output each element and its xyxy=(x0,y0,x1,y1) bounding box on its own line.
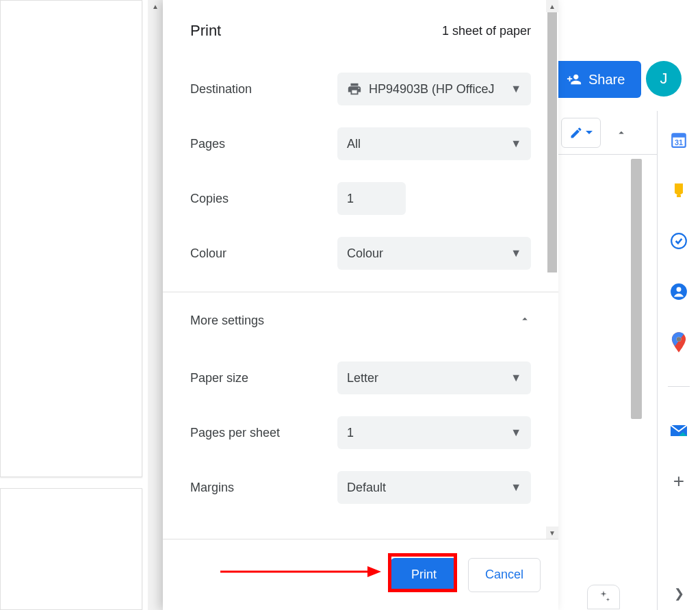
dropdown-icon: ▼ xyxy=(510,83,521,95)
paper-size-select[interactable]: Letter ▼ xyxy=(337,361,531,394)
margins-value: Default xyxy=(347,481,386,495)
destination-select[interactable]: HP94903B (HP OfficeJ ▼ xyxy=(337,73,531,105)
sheet-count: 1 sheet of paper xyxy=(442,24,531,38)
more-settings-toggle[interactable]: More settings xyxy=(190,313,531,329)
preview-scrollbar[interactable]: ▲ xyxy=(148,0,163,610)
more-settings-label: More settings xyxy=(190,314,264,328)
collapse-toolbar-button[interactable] xyxy=(606,118,636,148)
preview-page-2 xyxy=(0,488,142,610)
share-button[interactable]: Share xyxy=(554,61,641,98)
destination-value: HP94903B (HP OfficeJ xyxy=(369,82,494,97)
side-panel-collapse[interactable]: ❯ xyxy=(664,581,694,606)
rail-separator xyxy=(668,386,690,387)
explore-button-stub[interactable] xyxy=(587,585,620,609)
dropdown-icon: ▼ xyxy=(510,481,521,494)
colour-select[interactable]: Colour ▼ xyxy=(337,237,531,270)
svg-rect-3 xyxy=(677,195,681,197)
svg-rect-1 xyxy=(672,134,686,137)
chevron-up-icon xyxy=(615,127,627,139)
mail-addon-icon[interactable] xyxy=(669,421,688,440)
print-button[interactable]: Print xyxy=(391,558,457,592)
dropdown-icon: ▼ xyxy=(510,138,521,150)
dropdown-icon: ▼ xyxy=(510,372,521,384)
scroll-down-arrow[interactable]: ▼ xyxy=(546,526,558,539)
dialog-scroll-thumb[interactable] xyxy=(547,12,557,272)
copies-label: Copies xyxy=(190,192,337,206)
destination-label: Destination xyxy=(190,82,337,97)
pages-per-sheet-select[interactable]: 1 ▼ xyxy=(337,416,531,449)
cancel-button[interactable]: Cancel xyxy=(468,558,541,592)
settings-divider xyxy=(163,292,558,292)
preview-page-1 xyxy=(0,0,142,477)
dialog-footer: Print Cancel xyxy=(163,539,558,610)
side-panel-rail: 31 + xyxy=(657,111,700,610)
dropdown-caret-icon xyxy=(586,129,593,136)
pencil-icon xyxy=(569,126,583,140)
margins-label: Margins xyxy=(190,481,337,495)
print-preview-pane: ▲ xyxy=(0,0,163,610)
dropdown-icon: ▼ xyxy=(510,427,521,439)
printer-icon xyxy=(347,81,362,97)
maps-icon[interactable] xyxy=(669,333,688,352)
copies-input[interactable] xyxy=(337,182,406,215)
colour-value: Colour xyxy=(347,246,383,261)
pages-label: Pages xyxy=(190,137,337,151)
pages-per-sheet-value: 1 xyxy=(347,426,354,440)
document-scrollbar[interactable] xyxy=(629,155,644,600)
dialog-scrollbar[interactable]: ▲ ▼ xyxy=(546,0,558,539)
editing-mode-dropdown[interactable] xyxy=(561,118,601,148)
dialog-title: Print xyxy=(190,22,221,40)
colour-label: Colour xyxy=(190,246,337,261)
get-addons-button[interactable]: + xyxy=(669,472,688,491)
print-dialog: Print 1 sheet of paper Destination HP949… xyxy=(163,0,558,610)
paper-size-value: Letter xyxy=(347,371,378,385)
calendar-icon[interactable]: 31 xyxy=(669,130,688,149)
pages-per-sheet-label: Pages per sheet xyxy=(190,426,337,440)
chevron-up-icon xyxy=(519,313,531,329)
pages-value: All xyxy=(347,137,361,151)
document-scroll-thumb[interactable] xyxy=(631,159,642,419)
keep-icon[interactable] xyxy=(669,181,688,200)
scroll-up-arrow[interactable]: ▲ xyxy=(546,0,558,12)
paper-size-label: Paper size xyxy=(190,371,337,385)
share-label: Share xyxy=(588,72,625,88)
tasks-icon[interactable] xyxy=(669,231,688,251)
pages-select[interactable]: All ▼ xyxy=(337,127,531,160)
person-add-icon xyxy=(567,72,582,87)
explore-icon xyxy=(596,589,611,605)
margins-select[interactable]: Default ▼ xyxy=(337,471,531,504)
svg-point-8 xyxy=(677,337,681,341)
avatar-initial: J xyxy=(660,70,668,88)
svg-point-6 xyxy=(677,287,682,292)
account-avatar[interactable]: J xyxy=(646,61,682,97)
contacts-icon[interactable] xyxy=(669,282,688,301)
svg-text:31: 31 xyxy=(675,138,683,147)
dropdown-icon: ▼ xyxy=(510,247,521,259)
